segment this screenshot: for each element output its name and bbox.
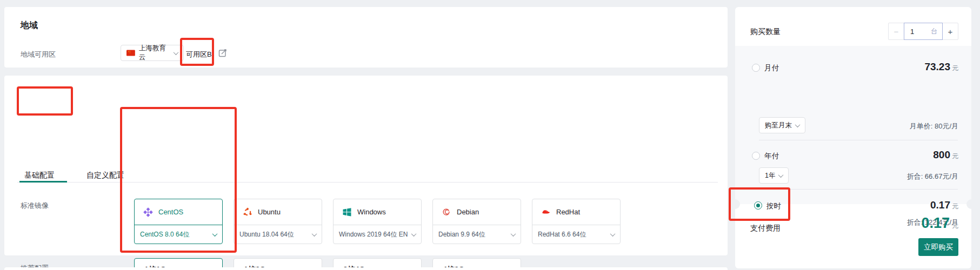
quantity-stepper: − 1 台 +	[888, 23, 958, 40]
os-version-value: Ubuntu 18.04 64位	[239, 230, 294, 239]
quantity-minus-button[interactable]: −	[888, 23, 904, 40]
china-flag-icon	[126, 50, 135, 56]
billing-plans-section: 月付 73.23元 购至月末 月单价: 80元/月 年付 800元 1年 折合:…	[735, 46, 971, 204]
purchase-panel: 购买数量 − 1 台 + 月付 73.23元 购至月末 月单价: 80元/月 年…	[735, 7, 971, 268]
os-name: Windows	[357, 208, 386, 216]
ubuntu-icon	[243, 207, 252, 217]
quantity-label: 购买数量	[750, 27, 781, 37]
ticket-notch-right	[966, 199, 976, 209]
plan-monthly-price: 73.23元	[924, 61, 958, 73]
os-name: RedHat	[556, 208, 580, 216]
os-version-value: Debian 9.9 64位	[438, 230, 485, 239]
monthly-duration-select[interactable]: 购至月末	[759, 117, 805, 133]
chevron-down-icon	[795, 122, 801, 127]
next-section-card	[4, 267, 728, 270]
plan-monthly-label: 月付	[764, 63, 779, 73]
quantity-input[interactable]: 1 台	[904, 23, 943, 40]
plan-yearly-price: 800元	[933, 149, 958, 161]
quantity-value: 1	[910, 28, 914, 36]
os-card-centos[interactable]: CentOS CentOS 8.0 64位	[134, 199, 223, 244]
chevron-down-icon	[778, 172, 784, 178]
tab-custom-config[interactable]: 自定义配置	[86, 171, 124, 180]
region-title: 地域	[21, 20, 38, 31]
redhat-icon	[541, 207, 551, 217]
tab-divider	[17, 182, 718, 183]
divider	[759, 140, 958, 140]
region-select[interactable]: 上海教育云	[121, 45, 184, 61]
yearly-duration-value: 1年	[765, 171, 775, 180]
plan-monthly-note: 月单价: 80元/月	[910, 122, 958, 131]
os-card-redhat[interactable]: RedHat RedHat 6.6 64位	[532, 199, 621, 244]
quantity-unit: 台	[931, 27, 937, 36]
chevron-down-icon	[212, 231, 218, 237]
radio-monthly[interactable]	[752, 64, 760, 72]
chevron-down-icon	[312, 231, 317, 237]
image-section-label: 标准镜像	[21, 201, 49, 211]
active-tab-underline	[19, 181, 67, 183]
chevron-down-icon	[174, 50, 179, 55]
region-card: 地域 地域可用区 上海教育云 可用区B	[4, 7, 728, 68]
plan-yearly-label: 年付	[764, 151, 779, 161]
availability-zone-label[interactable]: 可用区B	[186, 50, 212, 59]
windows-icon	[342, 207, 352, 217]
os-version-select-redhat[interactable]: RedHat 6.6 64位	[532, 225, 620, 244]
region-select-value: 上海教育云	[139, 44, 170, 62]
radio-yearly[interactable]	[752, 152, 760, 160]
buy-now-button[interactable]: 立即购买	[918, 238, 958, 256]
plan-yearly-note: 折合: 66.67元/月	[907, 172, 958, 181]
chevron-down-icon	[511, 231, 516, 237]
quantity-plus-button[interactable]: +	[942, 23, 958, 40]
divider	[759, 189, 958, 190]
os-version-select-centos[interactable]: CentOS 8.0 64位	[135, 225, 222, 244]
annotation-box-tab	[17, 86, 73, 116]
chevron-down-icon	[610, 231, 616, 237]
config-card: 基础配置 自定义配置 标准镜像 CentOS CentOS 8.0 64位	[4, 76, 728, 255]
os-version-value: CentOS 8.0 64位	[140, 230, 189, 239]
os-name: Ubuntu	[258, 208, 281, 216]
os-version-select-ubuntu[interactable]: Ubuntu 18.04 64位	[234, 225, 322, 244]
os-card-ubuntu[interactable]: Ubuntu Ubuntu 18.04 64位	[234, 199, 322, 244]
edit-zone-icon[interactable]	[218, 49, 227, 57]
tab-basic-config[interactable]: 基础配置	[24, 171, 55, 180]
centos-icon	[143, 207, 153, 217]
plan-hourly-label: 按时	[766, 201, 781, 211]
region-zone-row-label: 地域可用区	[21, 50, 56, 59]
chevron-down-icon	[411, 231, 417, 237]
radio-hourly[interactable]	[754, 201, 762, 210]
pay-total-label: 支付费用	[750, 224, 781, 233]
plan-hourly-price: 0.17元	[930, 199, 958, 211]
monthly-duration-value: 购至月末	[765, 121, 792, 130]
os-name: CentOS	[158, 208, 183, 216]
os-card-windows[interactable]: Windows Windows 2019 64位 EN	[333, 199, 422, 244]
os-version-select-debian[interactable]: Debian 9.9 64位	[433, 225, 521, 244]
os-version-value: RedHat 6.6 64位	[538, 230, 586, 239]
yearly-duration-select[interactable]: 1年	[759, 167, 789, 184]
os-version-select-windows[interactable]: Windows 2019 64位 EN	[334, 225, 421, 244]
os-card-debian[interactable]: Debian Debian 9.9 64位	[432, 199, 521, 244]
os-name: Debian	[457, 208, 479, 216]
debian-icon	[442, 207, 451, 217]
pay-total-price: 0.17元	[921, 215, 958, 232]
ticket-notch-left	[730, 199, 740, 209]
os-version-value: Windows 2019 64位 EN	[339, 230, 408, 239]
